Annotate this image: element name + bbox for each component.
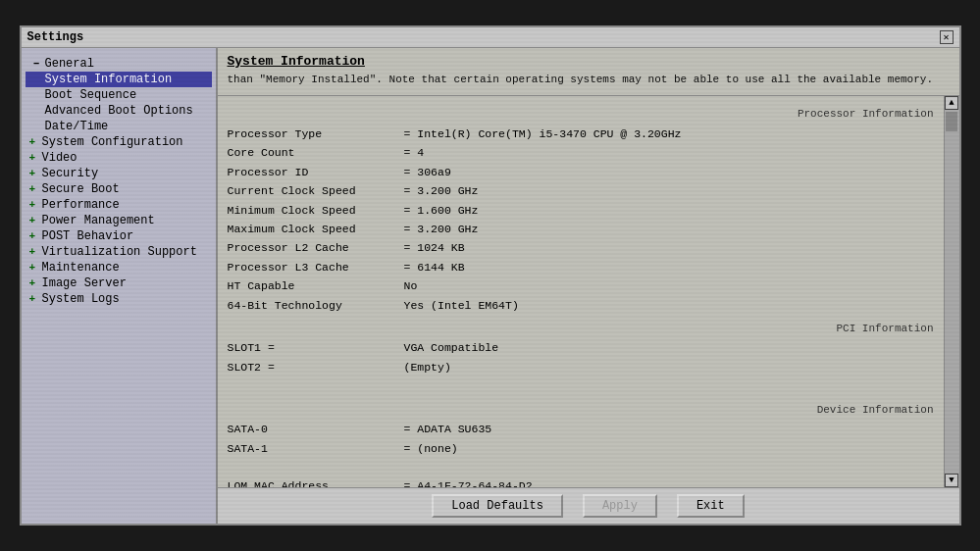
sidebar-section-label: Maintenance [42,261,120,275]
info-value: (Empty) [404,359,451,376]
sidebar-item-boot-sequence[interactable]: Boot Sequence [26,87,212,103]
sidebar-section-label: Power Management [42,214,155,227]
info-label: Processor L2 Cache [228,239,404,257]
sidebar-section-label: Secure Boot [42,182,120,196]
notice-text: than "Memory Installed". Note that certa… [228,73,950,87]
load-defaults-button[interactable]: Load Defaults [432,494,563,518]
info-label: SATA-0 [228,421,404,438]
info-row-processor-id: Processor ID = 306a9 [228,164,934,181]
sidebar-item-label: Date/Time [45,120,109,133]
info-label: Minimum Clock Speed [228,202,404,220]
expand-icon: + [29,136,39,148]
pci-section-heading: PCI Information [228,321,934,338]
sidebar-section-post-behavior[interactable]: + POST Behavior [26,228,212,244]
right-body: Processor Information Processor Type = I… [218,96,959,487]
sidebar-root: – General [26,56,212,72]
bios-window: Settings ✕ – General System Information … [20,25,961,526]
info-value: = 3.200 GHz [404,182,479,200]
info-value: = (none) [404,440,458,458]
right-panel: System Information than "Memory Installe… [218,48,959,524]
info-value: VGA Compatible [404,339,499,357]
info-row-ht-capable: HT Capable No [228,277,934,295]
sidebar-section-power-management[interactable]: + Power Management [26,213,212,228]
info-row-max-clock: Maximum Clock Speed = 3.200 GHz [228,221,934,238]
info-row-current-clock: Current Clock Speed = 3.200 GHz [228,182,934,200]
scroll-down-button[interactable]: ▼ [945,474,958,487]
device-section-heading: Device Information [228,402,934,420]
info-row-sata0: SATA-0 = ADATA SU635 [228,421,934,438]
expand-icon: + [29,230,39,242]
info-row-64bit: 64-Bit Technology Yes (Intel EM64T) [228,297,934,315]
title-bar: Settings ✕ [22,27,959,48]
panel-title: System Information [228,54,950,69]
info-label: 64-Bit Technology [228,297,404,315]
expand-icon: + [29,199,39,211]
sidebar-section-system-configuration[interactable]: + System Configuration [26,134,212,150]
expand-icon: + [29,215,39,226]
sidebar-section-security[interactable]: + Security [26,166,212,181]
expand-icon: + [29,277,39,289]
sidebar-item-date-time[interactable]: Date/Time [26,119,212,134]
info-row-lom-mac: LOM MAC Address = A4-1F-72-64-84-D2 [228,477,934,487]
info-row-core-count: Core Count = 4 [228,144,934,162]
sidebar: – General System Information Boot Sequen… [22,48,218,524]
sidebar-section-maintenance[interactable]: + Maintenance [26,260,212,276]
sidebar-section-label: Image Server [42,276,127,290]
info-value: = 3.200 GHz [404,221,479,238]
sidebar-item-system-information[interactable]: System Information [26,72,212,87]
main-content: – General System Information Boot Sequen… [22,48,959,524]
info-label: HT Capable [228,277,404,295]
info-label: Core Count [228,144,404,162]
info-label: Processor Type [228,125,404,143]
sidebar-general-label: General [45,57,94,71]
sidebar-section-image-server[interactable]: + Image Server [26,276,212,291]
info-row-sata1: SATA-1 = (none) [228,440,934,458]
sidebar-section-video[interactable]: + Video [26,150,212,166]
scrollbar[interactable]: ▲ ▼ [944,96,959,487]
sidebar-section-label: Video [42,151,77,165]
info-label: SATA-1 [228,440,404,458]
expand-icon: + [29,152,39,164]
sidebar-section-label: Security [42,167,99,180]
info-label: Current Clock Speed [228,182,404,200]
sidebar-item-advanced-boot-options[interactable]: Advanced Boot Options [26,103,212,119]
info-value: = 1.600 GHz [404,202,479,220]
info-row-l2-cache: Processor L2 Cache = 1024 KB [228,239,934,257]
info-label: SLOT2 = [228,359,404,376]
info-row-slot1: SLOT1 = VGA Compatible [228,339,934,357]
sidebar-item-label: Advanced Boot Options [45,104,193,118]
sidebar-section-label: System Logs [42,292,120,306]
exit-button[interactable]: Exit [677,494,745,518]
sidebar-section-performance[interactable]: + Performance [26,197,212,213]
bottom-bar: Load Defaults Apply Exit [218,487,959,524]
scrollbar-thumb[interactable] [946,112,957,131]
info-label: Processor ID [228,164,404,181]
expand-icon: + [29,262,39,274]
info-value: = ADATA SU635 [404,421,492,438]
sidebar-section-label: System Configuration [42,135,183,149]
info-value: = 6144 KB [404,259,465,276]
scroll-up-button[interactable]: ▲ [945,96,958,110]
expand-icon: + [29,293,39,305]
close-button[interactable]: ✕ [940,30,954,44]
sidebar-section-secure-boot[interactable]: + Secure Boot [26,181,212,197]
sidebar-section-label: Performance [42,198,120,212]
sidebar-section-label: POST Behavior [42,229,134,243]
info-value: = 4 [404,144,425,162]
info-label: Maximum Clock Speed [228,221,404,238]
info-label: Processor L3 Cache [228,259,404,276]
sidebar-section-system-logs[interactable]: + System Logs [26,291,212,307]
info-value: = A4-1F-72-64-84-D2 [404,477,533,487]
apply-button[interactable]: Apply [583,494,657,518]
info-row-slot2: SLOT2 = (Empty) [228,359,934,376]
sidebar-section-virtualization-support[interactable]: + Virtualization Support [26,244,212,260]
info-value: No [404,277,418,295]
processor-section-heading: Processor Information [228,106,934,124]
info-label: SLOT1 = [228,339,404,357]
right-content: Processor Information Processor Type = I… [218,96,944,487]
info-value: = Intel(R) Core(TM) i5-3470 CPU @ 3.20GH… [404,125,682,143]
info-row-min-clock: Minimum Clock Speed = 1.600 GHz [228,202,934,220]
info-row-l3-cache: Processor L3 Cache = 6144 KB [228,259,934,276]
dash-icon: – [33,57,43,71]
info-value: = 306a9 [404,164,451,181]
